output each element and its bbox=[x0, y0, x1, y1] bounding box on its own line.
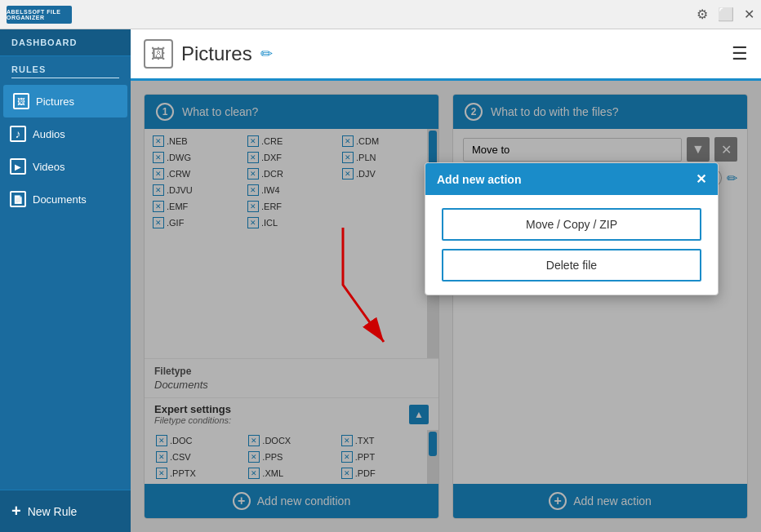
document-icon: 📄 bbox=[10, 191, 26, 207]
delete-file-button[interactable]: Delete file bbox=[442, 249, 701, 282]
dashboard-label: DASHBOARD bbox=[0, 29, 131, 56]
main-content: 🖼 Pictures ✏ ☰ 1 What to clean? .NEB bbox=[131, 29, 761, 532]
move-copy-zip-button[interactable]: Move / Copy / ZIP bbox=[442, 208, 701, 241]
app-logo: ABELSSOFT FILE ORGANIZER bbox=[7, 6, 72, 24]
edit-title-icon[interactable]: ✏ bbox=[260, 45, 273, 63]
modal-close-button[interactable]: ✕ bbox=[696, 171, 706, 187]
sidebar-item-pictures[interactable]: 🖼 Pictures bbox=[3, 85, 127, 117]
sidebar-item-label: Pictures bbox=[36, 95, 74, 108]
video-icon: ▶ bbox=[10, 158, 26, 175]
sidebar-item-videos[interactable]: ▶ Videos bbox=[0, 150, 131, 183]
window-controls: ⚙ ⬜ ✕ bbox=[696, 7, 754, 22]
music-icon: ♪ bbox=[10, 126, 26, 142]
arrow-indicator bbox=[278, 219, 408, 383]
modal-overlay: Add new action ✕ Move / Copy / ZIP Delet… bbox=[131, 81, 761, 532]
title-bar: ABELSSOFT FILE ORGANIZER ⚙ ⬜ ✕ bbox=[0, 0, 761, 29]
sidebar-item-documents[interactable]: 📄 Documents bbox=[0, 183, 131, 215]
content-area: 1 What to clean? .NEB .CRE bbox=[131, 81, 761, 532]
plus-icon: + bbox=[11, 502, 21, 521]
modal-header: Add new action ✕ bbox=[425, 163, 718, 195]
modal-body: Move / Copy / ZIP Delete file bbox=[425, 195, 718, 295]
app-container: DASHBOARD RULES 🖼 Pictures ♪ Audios ▶ Vi… bbox=[0, 29, 761, 532]
header-left: 🖼 Pictures ✏ bbox=[144, 39, 273, 69]
sidebar-item-label: Videos bbox=[33, 161, 65, 173]
rules-label: RULES bbox=[0, 56, 131, 78]
image-icon: 🖼 bbox=[13, 93, 29, 109]
new-rule-label: New Rule bbox=[28, 505, 78, 518]
sidebar-item-label: Audios bbox=[33, 128, 65, 140]
sidebar-item-label: Documents bbox=[33, 193, 87, 206]
add-action-modal: Add new action ✕ Move / Copy / ZIP Delet… bbox=[425, 162, 719, 295]
sidebar-divider bbox=[11, 78, 119, 78]
main-header: 🖼 Pictures ✏ ☰ bbox=[131, 29, 761, 81]
close-icon[interactable]: ✕ bbox=[744, 7, 754, 22]
app-name: ABELSSOFT FILE ORGANIZER bbox=[7, 6, 72, 24]
modal-title: Add new action bbox=[437, 173, 521, 186]
settings-icon[interactable]: ⚙ bbox=[696, 7, 708, 22]
hamburger-icon[interactable]: ☰ bbox=[732, 43, 748, 64]
maximize-icon[interactable]: ⬜ bbox=[718, 7, 734, 22]
new-rule-button[interactable]: + New Rule bbox=[0, 490, 131, 532]
page-title: Pictures bbox=[181, 42, 252, 65]
header-image-icon: 🖼 bbox=[144, 39, 173, 69]
sidebar-item-audios[interactable]: ♪ Audios bbox=[0, 117, 131, 150]
sidebar: DASHBOARD RULES 🖼 Pictures ♪ Audios ▶ Vi… bbox=[0, 29, 131, 532]
